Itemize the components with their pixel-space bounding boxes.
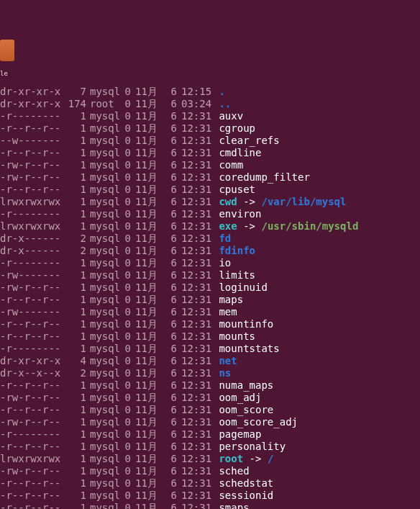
col-time: 12:31 [177, 502, 213, 509]
col-time: 12:31 [177, 159, 213, 171]
symlink-arrow: -> [237, 196, 262, 207]
file-name: exe [219, 220, 237, 232]
col-owner: mysql [86, 379, 122, 392]
col-day: 6 [160, 208, 177, 220]
col-owner: root [86, 98, 122, 110]
col-time: 12:31 [177, 245, 213, 257]
file-name: net [219, 355, 237, 366]
col-owner: mysql [86, 184, 122, 196]
col-links: 1 [63, 184, 86, 196]
col-size: 0 [122, 233, 131, 245]
col-perm: -rw------- [0, 306, 63, 318]
col-perm: -r-------- [0, 343, 63, 355]
col-owner: mysql [86, 86, 122, 98]
col-owner: mysql [86, 453, 122, 465]
col-owner: mysql [86, 330, 122, 343]
col-owner: mysql [86, 257, 122, 269]
terminal-output[interactable]: dr-xr-xr-x7mysql011月612:15 .dr-xr-xr-x17… [0, 86, 420, 509]
col-day: 6 [160, 110, 177, 122]
col-perm: dr-x------ [0, 233, 63, 245]
col-perm: -rw-r--r-- [0, 281, 63, 294]
col-day: 6 [160, 269, 177, 281]
file-name: personality [219, 441, 286, 452]
col-size: 0 [122, 318, 131, 330]
col-size: 0 [122, 294, 131, 306]
col-links: 1 [63, 416, 86, 428]
col-size: 0 [122, 453, 131, 465]
col-links: 1 [63, 318, 86, 330]
col-time: 12:31 [177, 453, 213, 465]
col-owner: mysql [86, 122, 122, 135]
list-item: -rw-r--r--1mysql011月612:31 sched [0, 465, 420, 477]
col-day: 6 [160, 171, 177, 184]
col-month: 11月 [131, 122, 160, 135]
file-name: oom_adj [219, 392, 261, 403]
file-name: oom_score_adj [219, 416, 298, 428]
col-day: 6 [160, 404, 177, 416]
col-links: 1 [63, 306, 86, 318]
col-time: 12:31 [177, 233, 213, 245]
file-name: fd [219, 233, 231, 244]
symlink-target: /usr/sbin/mysqld [261, 220, 358, 232]
col-owner: mysql [86, 477, 122, 490]
list-item: dr-x--x--x2mysql011月612:31 ns [0, 367, 420, 379]
col-perm: dr-xr-xr-x [0, 98, 63, 110]
file-name: fdinfo [219, 245, 255, 256]
col-perm: -rw-r--r-- [0, 465, 63, 477]
col-time: 12:31 [177, 294, 213, 306]
list-item: -rw-r--r--1mysql011月612:31 oom_adj [0, 392, 420, 404]
col-month: 11月 [131, 416, 160, 428]
list-item: -r--r--r--1mysql011月612:31 maps [0, 294, 420, 306]
col-links: 1 [63, 379, 86, 392]
col-owner: mysql [86, 245, 122, 257]
col-day: 6 [160, 220, 177, 233]
col-day: 6 [160, 184, 177, 196]
col-day: 6 [160, 416, 177, 428]
col-owner: mysql [86, 318, 122, 330]
col-links: 1 [63, 196, 86, 208]
col-size: 0 [122, 392, 131, 404]
col-owner: mysql [86, 110, 122, 122]
col-day: 6 [160, 294, 177, 306]
col-day: 6 [160, 453, 177, 465]
symlink-target: /var/lib/mysql [261, 196, 346, 207]
col-perm: dr-x------ [0, 245, 63, 257]
col-day: 6 [160, 379, 177, 392]
col-day: 6 [160, 428, 177, 441]
col-time: 12:31 [177, 147, 213, 159]
col-links: 1 [63, 428, 86, 441]
launcher-icon[interactable] [0, 40, 14, 61]
col-size: 0 [122, 147, 131, 159]
list-item: -r--------1mysql011月612:31 pagemap [0, 428, 420, 441]
symlink-arrow: -> [243, 453, 268, 464]
col-time: 03:24 [177, 98, 213, 110]
col-links: 1 [63, 343, 86, 355]
col-day: 6 [160, 490, 177, 502]
col-links: 1 [63, 404, 86, 416]
col-size: 0 [122, 343, 131, 355]
col-size: 0 [122, 428, 131, 441]
col-owner: mysql [86, 269, 122, 281]
col-owner: mysql [86, 171, 122, 184]
col-month: 11月 [131, 490, 160, 502]
file-name: cgroup [219, 122, 255, 134]
col-owner: mysql [86, 294, 122, 306]
list-item: dr-xr-xr-x7mysql011月612:15 . [0, 86, 420, 98]
col-month: 11月 [131, 392, 160, 404]
col-day: 6 [160, 196, 177, 208]
col-size: 0 [122, 477, 131, 490]
list-item: lrwxrwxrwx1mysql011月612:31 cwd -> /var/l… [0, 196, 420, 208]
col-size: 0 [122, 502, 131, 509]
file-name: mountstats [219, 343, 279, 354]
col-size: 0 [122, 330, 131, 343]
col-size: 0 [122, 441, 131, 453]
col-size: 0 [122, 245, 131, 257]
col-time: 12:31 [177, 306, 213, 318]
file-name: coredump_filter [219, 171, 309, 183]
col-links: 2 [63, 245, 86, 257]
list-item: -r--------1mysql011月612:31 io [0, 257, 420, 269]
col-perm: -rw------- [0, 269, 63, 281]
col-links: 1 [63, 257, 86, 269]
col-time: 12:15 [177, 86, 213, 98]
col-perm: -r--r--r-- [0, 477, 63, 490]
